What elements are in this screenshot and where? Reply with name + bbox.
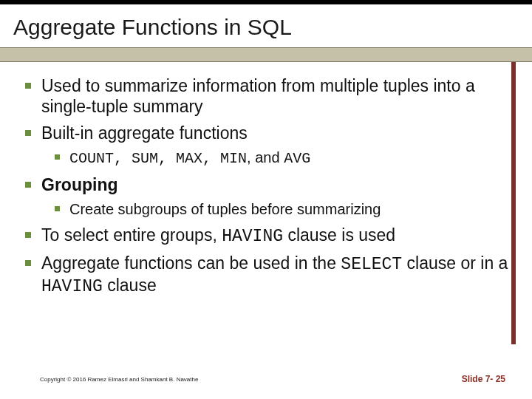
code-text: MIN — [220, 150, 247, 167]
footer-slide-number: Slide 7- 25 — [462, 374, 505, 384]
sub-bullet-item: COUNT, SUM, MAX, MIN, and AVG — [41, 148, 510, 168]
bullet-text: Used to summarize information from multi… — [41, 76, 475, 116]
right-accent-bar — [511, 62, 516, 344]
bullet-text: Grouping — [41, 175, 117, 194]
code-text: HAVING — [222, 227, 283, 246]
code-text: SELECT — [341, 255, 402, 274]
bullet-item: Used to summarize information from multi… — [22, 75, 510, 117]
bullet-text: Built-in aggregate functions — [41, 123, 248, 143]
code-text: HAVING — [41, 277, 103, 296]
separator: , — [202, 150, 220, 167]
code-text: SUM — [132, 150, 158, 167]
bullet-text: clause or in a — [402, 253, 508, 273]
footer-copyright: Copyright © 2016 Ramez Elmasri and Shamk… — [40, 376, 198, 383]
slide-title: Aggregate Functions in SQL — [0, 4, 532, 47]
bullet-item: Grouping Create subgroups of tuples befo… — [22, 174, 510, 219]
separator: , — [247, 149, 255, 166]
sub-bullet-list: Create subgroups of tuples before summar… — [41, 200, 510, 219]
bullet-text: and — [255, 149, 284, 166]
bullet-item: Aggregate functions can be used in the S… — [22, 253, 510, 297]
bullet-text: Create subgroups of tuples before summar… — [69, 201, 381, 217]
bullet-list: Used to summarize information from multi… — [22, 75, 510, 297]
sub-bullet-list: COUNT, SUM, MAX, MIN, and AVG — [41, 148, 510, 168]
slide: Aggregate Functions in SQL Used to summa… — [0, 0, 532, 399]
bullet-item: Built-in aggregate functions COUNT, SUM,… — [22, 123, 510, 168]
separator: , — [158, 150, 176, 167]
title-divider — [0, 47, 532, 62]
bullet-item: To select entire groups, HAVING clause i… — [22, 225, 510, 247]
slide-body: Used to summarize information from multi… — [0, 62, 532, 297]
bullet-text: clause — [103, 276, 157, 295]
bullet-text: Aggregate functions can be used in the — [41, 253, 341, 273]
code-text: AVG — [284, 150, 310, 167]
bullet-text: To select entire groups, — [41, 225, 222, 245]
bullet-text: clause is used — [283, 225, 395, 245]
code-text: MAX — [176, 150, 202, 167]
separator: , — [114, 150, 132, 167]
sub-bullet-item: Create subgroups of tuples before summar… — [41, 200, 510, 219]
code-text: COUNT — [69, 150, 114, 167]
